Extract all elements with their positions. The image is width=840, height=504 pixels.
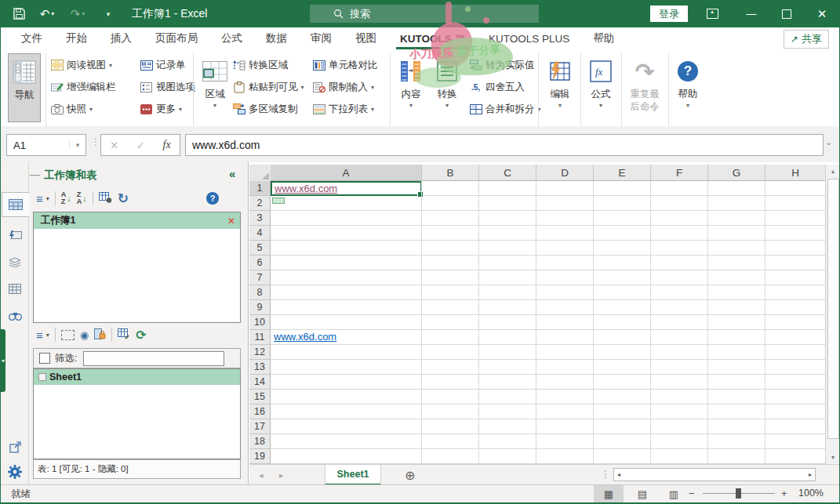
prev-sheet-icon[interactable]: ◂ [259, 465, 264, 485]
scroll-right-icon[interactable]: ▸ [805, 471, 815, 478]
formula-input[interactable]: www.x6d.com [185, 134, 824, 156]
rail-tab-find[interactable] [2, 303, 27, 327]
column-header[interactable]: A [271, 165, 422, 181]
edit-button[interactable]: 编辑 ▾ [543, 53, 577, 121]
column-header[interactable]: E [594, 165, 651, 181]
cancel-icon[interactable]: ✕ [110, 140, 118, 151]
collapse-pane-icon[interactable]: « [229, 167, 235, 180]
sheet-menu-icon[interactable]: ≡ [36, 329, 43, 341]
round-button[interactable]: .5, 四舍五入 [469, 78, 525, 96]
customize-quick-access-button[interactable]: ▾ [99, 0, 116, 27]
range-button[interactable]: 区域 ▾ [198, 53, 232, 121]
name-box-caret-icon[interactable]: ▾ [69, 141, 85, 149]
ribbon-tab[interactable]: KUTOOLS PLUS [477, 27, 581, 49]
sheet-options-button[interactable] [118, 328, 130, 342]
row-header[interactable]: 5 [249, 241, 271, 256]
sheet-list-item[interactable]: Sheet1 [34, 369, 240, 385]
ribbon-tab[interactable]: 视图 [344, 27, 388, 49]
workbook-list-item[interactable]: 工作簿1 ✕ [34, 212, 240, 229]
vertical-scrollbar[interactable]: ▴ ▾ [825, 165, 840, 464]
row-header[interactable]: 8 [249, 285, 271, 300]
row-header[interactable]: 7 [249, 270, 271, 285]
row-header[interactable]: 2 [249, 196, 271, 211]
protect-sheet-button[interactable] [94, 328, 106, 342]
column-header[interactable]: H [765, 165, 826, 181]
ribbon-tab[interactable]: 数据 [254, 27, 299, 49]
close-workbook-icon[interactable]: ✕ [227, 216, 235, 227]
pane-drag-handle[interactable]: — [30, 169, 40, 180]
name-box[interactable]: A1 ▾ [6, 134, 86, 156]
scroll-up-icon[interactable]: ▴ [826, 165, 840, 178]
sort-az-button[interactable]: AZ↓ [61, 191, 71, 205]
ribbon-tab[interactable]: 帮助 [581, 27, 626, 49]
row-header[interactable]: 19 [249, 449, 271, 464]
insert-function-icon[interactable]: fx [163, 139, 171, 151]
row-header[interactable]: 9 [249, 300, 271, 315]
row-header[interactable]: 18 [249, 434, 271, 449]
select-all-corner[interactable] [249, 165, 271, 182]
row-header[interactable]: 16 [249, 404, 271, 419]
column-header[interactable]: F [651, 165, 708, 181]
prevent-typing-button[interactable]: 限制输入 ▾ [312, 78, 374, 96]
ribbon-tab[interactable]: 插入 [99, 27, 144, 49]
rail-tab-workbook-sheet[interactable] [2, 192, 29, 217]
column-header[interactable]: D [536, 165, 594, 181]
sheet-item-checkbox[interactable] [38, 373, 46, 381]
selected-cell-a1[interactable]: www.x6d.com [271, 181, 422, 196]
row-header[interactable]: 6 [249, 256, 271, 270]
page-layout-view-button[interactable]: ▤ [627, 485, 657, 502]
ribbon-tab[interactable]: 文件 [9, 27, 54, 49]
scroll-left-icon[interactable]: ◂ [614, 471, 624, 478]
ribbon-tab[interactable]: 审阅 [299, 27, 344, 49]
zoom-in-button[interactable]: + [781, 488, 787, 499]
filter-input[interactable] [83, 351, 224, 366]
merge-split-button[interactable]: 合并和拆分 ▾ [469, 100, 541, 118]
refresh-sheets-button[interactable]: ⟳ [136, 328, 146, 343]
pane-settings-button[interactable] [2, 460, 27, 484]
enhanced-edit-bar-button[interactable]: 增强编辑栏 [50, 78, 116, 96]
normal-view-button[interactable]: ▦ [594, 485, 624, 502]
scroll-down-icon[interactable]: ▾ [826, 451, 840, 464]
row-header[interactable]: 15 [249, 390, 271, 404]
snap-button[interactable]: 快照 ▾ [50, 100, 93, 118]
row-header[interactable]: 17 [249, 419, 271, 434]
zoom-out-button[interactable]: − [689, 488, 695, 499]
refresh-workbooks-button[interactable]: ↻ [118, 192, 129, 205]
redo-button[interactable]: ↷ ▾ [66, 0, 89, 27]
more-button[interactable]: 更多 ▾ [140, 100, 182, 118]
ribbon-tab[interactable]: KUTOOLS ™ [388, 27, 477, 49]
row-header[interactable]: 3 [249, 211, 271, 226]
multi-range-copy-button[interactable]: 多区域复制 [232, 100, 298, 118]
grid-body[interactable]: www.x6d.com www.x6d.com [271, 181, 826, 464]
data-form-button[interactable]: 记录单 [140, 56, 186, 74]
next-sheet-icon[interactable]: ▸ [279, 465, 284, 485]
workbook-options-button[interactable] [99, 192, 112, 205]
repeat-last-command-button[interactable]: ↷ 重复最后命令 [624, 53, 665, 121]
vertical-scroll-thumb[interactable] [827, 179, 839, 439]
share-button[interactable]: ↗ 共享 [784, 30, 829, 49]
hyperlink-smart-tag[interactable] [272, 198, 285, 204]
search-input[interactable]: 搜索 [310, 5, 539, 23]
page-break-view-button[interactable]: ▥ [659, 485, 689, 502]
cell-a1-link[interactable]: www.x6d.com [272, 183, 337, 194]
ribbon-display-options-button[interactable]: ▴ [694, 0, 730, 27]
filter-checkbox[interactable] [39, 353, 50, 364]
select-range-button[interactable] [61, 330, 75, 340]
undo-button[interactable]: ↶ ▾ [35, 0, 59, 27]
dropdown-list-button[interactable]: 下拉列表 ▾ [312, 100, 374, 118]
save-button[interactable] [8, 0, 30, 27]
pane-collapse-handle[interactable]: ◂ [0, 329, 5, 392]
compare-cells-button[interactable]: 单元格对比 [312, 56, 378, 74]
fill-handle[interactable] [417, 191, 424, 198]
preview-button[interactable]: ◉ [80, 329, 89, 341]
enter-icon[interactable]: ✓ [136, 140, 145, 151]
ribbon-tab[interactable]: 公式 [209, 27, 254, 49]
transform-range-button[interactable]: 转换区域 [232, 56, 288, 74]
row-header[interactable]: 1 [249, 181, 271, 196]
ribbon-tab[interactable]: 页面布局 [144, 27, 209, 49]
pane-popout-button[interactable] [2, 435, 27, 459]
sign-in-button[interactable]: 登录 [650, 5, 688, 22]
row-header[interactable]: 11 [249, 330, 271, 345]
rail-tab-columns[interactable] [2, 277, 27, 300]
row-header[interactable]: 12 [249, 345, 271, 360]
